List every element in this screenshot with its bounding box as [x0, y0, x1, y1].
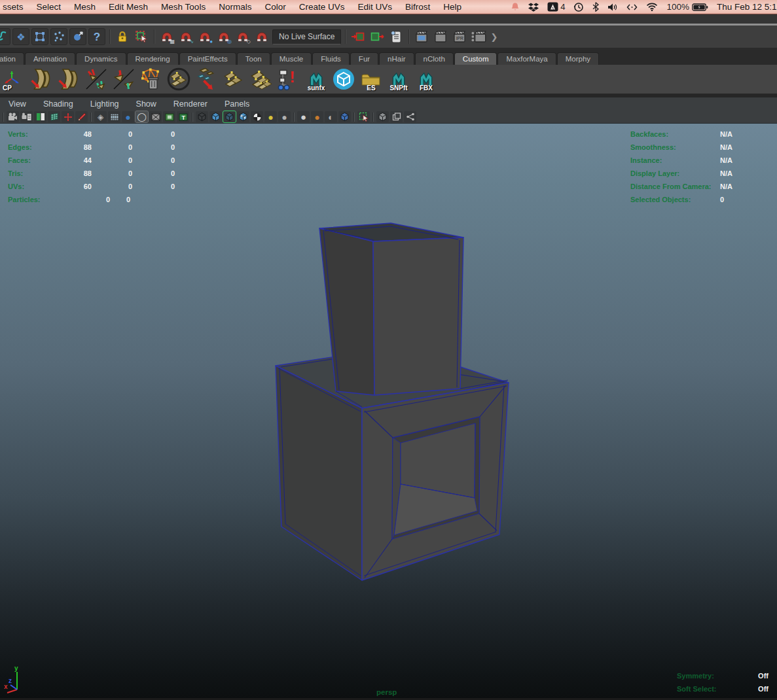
shelf-tab-toon[interactable]: Toon — [237, 52, 270, 65]
menu-mesh-tools[interactable]: Mesh Tools — [154, 1, 212, 13]
panel-menu-lighting[interactable]: Lighting — [82, 99, 128, 109]
motion-blur-icon[interactable]: ◐ — [325, 111, 337, 122]
panel-menu-view[interactable]: View — [0, 99, 35, 109]
render-current-frame-icon[interactable] — [432, 28, 449, 45]
menu-create-uvs[interactable]: Create UVs — [293, 1, 352, 13]
shelf-item-fbx[interactable]: FBX — [414, 67, 439, 92]
isolate-view-icon[interactable] — [390, 111, 403, 122]
shelf-tab-curves[interactable]: ation — [0, 52, 24, 65]
menu-select[interactable]: Select — [30, 1, 68, 13]
select-object-mask-icon[interactable] — [31, 28, 48, 45]
smooth-shade-mode-icon[interactable] — [209, 111, 222, 122]
grease-pencil-icon[interactable] — [75, 111, 88, 122]
battery-status[interactable]: 100% — [666, 2, 708, 12]
shelf-item-node-warning[interactable]: ! — [276, 67, 301, 92]
shelf-item-poly-edit-a[interactable] — [221, 67, 246, 92]
highlight-mask-icon[interactable] — [69, 28, 86, 45]
shelf-item-cp-tool[interactable]: CP — [1, 67, 26, 92]
shelf-tab-dynamics[interactable]: Dynamics — [76, 52, 126, 65]
camera-attributes-icon[interactable] — [20, 111, 33, 122]
wifi-icon[interactable] — [646, 3, 658, 11]
textured-mode-icon[interactable] — [237, 111, 249, 122]
volume-icon[interactable] — [607, 3, 618, 12]
snap-to-plane-icon[interactable]: ◇ — [234, 28, 251, 45]
resolution-gate-icon[interactable] — [108, 111, 120, 122]
menu-edit-mesh[interactable]: Edit Mesh — [102, 1, 154, 13]
gate-mask-icon[interactable]: ● — [122, 111, 134, 122]
use-default-material-icon[interactable] — [251, 111, 263, 122]
snap-to-projected-center-icon[interactable]: ◎ — [215, 28, 232, 45]
menu-help[interactable]: Help — [437, 1, 468, 13]
ipr-render-icon[interactable]: IPR — [451, 28, 468, 45]
shelf-tab-animation[interactable]: Animation — [25, 52, 75, 65]
make-live-icon[interactable] — [253, 28, 270, 45]
menu-bifrost[interactable]: Bifrost — [399, 1, 437, 13]
isolate-select-icon[interactable] — [376, 111, 389, 122]
viewport-select-tool-icon[interactable] — [357, 111, 370, 122]
shelf-item-es-folder[interactable]: ES — [359, 67, 384, 92]
shelf-tab-painteffects[interactable]: PaintEffects — [179, 52, 236, 65]
shelf-item-sunfx[interactable]: sunfx — [304, 67, 329, 92]
menubar-clock[interactable]: Thu Feb 12 5:1 — [717, 2, 777, 12]
panel-menu-shading[interactable]: Shading — [35, 99, 82, 109]
scene-3d-model[interactable] — [0, 124, 777, 698]
mask-help-icon[interactable]: ? — [88, 28, 105, 45]
menu-color[interactable]: Color — [258, 1, 292, 13]
shelf-tab-custom[interactable]: Custom — [454, 52, 497, 65]
lighting-default-icon[interactable]: ● — [278, 111, 291, 122]
field-chart-icon[interactable]: ◯ — [136, 111, 148, 122]
snap-to-curve-icon[interactable]: ∿ — [177, 28, 194, 45]
image-plane-icon[interactable] — [48, 111, 60, 122]
shared-nodes-icon[interactable] — [404, 111, 416, 122]
wireframe-mode-icon[interactable] — [196, 111, 208, 122]
multisample-aa-icon[interactable] — [338, 111, 351, 122]
history-squiggle-icon[interactable] — [0, 28, 10, 45]
construction-history-icon[interactable] — [388, 28, 405, 45]
shelf-item-bend-a[interactable] — [29, 67, 54, 92]
film-gate-icon[interactable]: ◈ — [94, 111, 107, 122]
screen-space-ao-icon[interactable]: ● — [311, 111, 323, 122]
shelf-item-bend-b[interactable] — [56, 67, 81, 92]
perspective-viewport[interactable]: Verts: 48 0 0 Edges: 88 0 0 Faces: 44 0 … — [0, 124, 777, 698]
menu-normals[interactable]: Normals — [212, 1, 258, 13]
shelf-tab-fluids[interactable]: Fluids — [312, 52, 350, 65]
marquee-select-icon[interactable] — [133, 28, 150, 45]
safe-title-icon[interactable] — [163, 111, 175, 122]
shelf-item-delete-lattice[interactable] — [139, 67, 164, 92]
dropbox-icon[interactable] — [528, 3, 539, 12]
bookmarks-icon[interactable] — [34, 111, 46, 122]
lighting-all-icon[interactable]: ● — [264, 111, 277, 122]
shelf-item-cube-service[interactable] — [331, 67, 356, 92]
input-connections-icon[interactable] — [350, 28, 367, 45]
shelf-tab-rendering[interactable]: Rendering — [127, 52, 179, 65]
panel-menu-panels[interactable]: Panels — [216, 99, 258, 109]
select-camera-icon[interactable] — [7, 111, 19, 122]
shelf-item-poly-edit-b[interactable] — [249, 67, 274, 92]
shelf-item-normals-a[interactable] — [84, 67, 109, 92]
snap-to-point-icon[interactable]: ● — [196, 28, 213, 45]
shelf-item-snpft[interactable]: SNPft — [386, 67, 411, 92]
select-hierarchy-mask-icon[interactable]: ❖ — [12, 28, 29, 45]
snap-to-grid-icon[interactable]: ▦ — [158, 28, 175, 45]
panel-menu-show[interactable]: Show — [128, 99, 165, 109]
shelf-tab-nhair[interactable]: nHair — [379, 52, 414, 65]
live-surface-field[interactable]: No Live Surface — [272, 29, 341, 44]
select-component-mask-icon[interactable] — [50, 28, 67, 45]
menu-assets[interactable]: ssets — [0, 1, 30, 13]
shadows-icon[interactable]: ● — [297, 111, 310, 122]
render-sequence-icon[interactable] — [470, 28, 487, 45]
shelf-item-extract[interactable] — [194, 67, 219, 92]
bluetooth-icon[interactable] — [592, 2, 599, 12]
adobe-cc-icon[interactable]: 4 — [547, 2, 565, 12]
safe-action-icon[interactable] — [149, 111, 162, 122]
output-connections-icon[interactable] — [369, 28, 386, 45]
panel-menu-renderer[interactable]: Renderer — [165, 99, 216, 109]
dev-arrows-icon[interactable] — [626, 3, 638, 11]
time-machine-icon[interactable] — [573, 2, 584, 12]
shelf-item-normals-b[interactable] — [111, 67, 136, 92]
shelf-tab-fur[interactable]: Fur — [350, 52, 378, 65]
lock-selection-icon[interactable] — [114, 28, 131, 45]
wireframe-on-shaded-icon[interactable] — [223, 111, 236, 122]
shelf-tab-ncloth[interactable]: nCloth — [415, 52, 454, 65]
menu-edit-uvs[interactable]: Edit UVs — [351, 1, 399, 13]
